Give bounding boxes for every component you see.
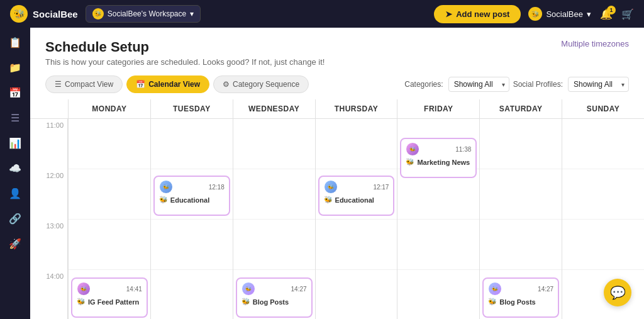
sunday-cell-3[interactable]: [562, 220, 644, 270]
calendar-body: 11:00 12:00 13:00 14:00 15:00 16:00: [30, 119, 644, 319]
event-header: 🐝 14:27: [242, 282, 307, 296]
calendar-grid: 11:00 12:00 13:00 14:00 15:00 16:00: [30, 119, 644, 319]
monday-cell-2[interactable]: [69, 169, 150, 220]
workspace-icon: 🐝: [92, 8, 104, 20]
wednesday-cell-3[interactable]: [233, 220, 315, 270]
event-educational-thursday[interactable]: 🐝 12:17 🐝 Educational: [318, 176, 395, 216]
saturday-cell-3[interactable]: [480, 220, 562, 270]
user-menu[interactable]: 🐝 SocialBee ▾: [528, 7, 591, 21]
time-1300: 13:00: [30, 220, 68, 270]
time-column: 11:00 12:00 13:00 14:00 15:00 16:00: [30, 119, 68, 319]
event-educational-tuesday[interactable]: 🐝 12:18 🐝 Educational: [153, 176, 230, 216]
compact-view-button[interactable]: ☰ Compact View: [45, 76, 123, 93]
sidebar-icon-queue[interactable]: ☰: [8, 111, 22, 125]
saturday-cell-2[interactable]: [480, 169, 562, 220]
categories-filter: Categories: Showing All ▾: [404, 77, 509, 92]
friday-header: FRIDAY: [397, 99, 479, 118]
add-post-button[interactable]: ➤ Add new post: [434, 5, 521, 23]
sunday-cell-1[interactable]: [562, 119, 644, 169]
tuesday-cell-1[interactable]: [151, 119, 233, 169]
tuesday-cell-4[interactable]: [151, 270, 233, 319]
event-body: 🐝 IG Feed Pattern: [77, 298, 142, 306]
list-icon: ☰: [55, 80, 62, 89]
page-header-left: Schedule Setup This is how your categori…: [45, 39, 325, 67]
sidebar-icon-links[interactable]: 🔗: [8, 211, 22, 225]
sidebar-icon-integrations[interactable]: ☁️: [8, 161, 22, 175]
workspace-label: SocialBee's Workspace: [108, 9, 186, 18]
chat-bubble-button[interactable]: 💬: [604, 279, 631, 306]
event-category-icon: 🐝: [77, 298, 86, 306]
sidebar-icon-audience[interactable]: 👤: [8, 186, 22, 200]
time-1400: 14:00: [30, 270, 68, 319]
saturday-header: SATURDAY: [479, 99, 562, 118]
event-marketing-news[interactable]: 🐝 11:38 🐝 Marketing News: [400, 138, 477, 178]
app-logo: 🐝 SocialBee: [10, 5, 78, 23]
send-icon: ➤: [445, 9, 452, 19]
main-content: Schedule Setup This is how your categori…: [30, 28, 644, 319]
event-category-icon: 🐝: [406, 158, 414, 166]
multiple-timezones-link[interactable]: Multiple timezones: [561, 39, 629, 48]
profiles-select[interactable]: Showing All: [568, 77, 629, 92]
notifications-button[interactable]: 🔔 1: [600, 8, 613, 20]
user-label: SocialBee: [546, 9, 583, 19]
event-header: 🐝 12:18: [159, 180, 225, 194]
sunday-cell-2[interactable]: [562, 169, 644, 220]
event-time: 11:38: [455, 146, 471, 153]
wednesday-header: WEDNESDAY: [233, 99, 315, 118]
event-ig-feed-pattern[interactable]: 🐝 14:41 🐝 IG Feed Pattern: [71, 277, 148, 318]
monday-cell-3[interactable]: [69, 220, 150, 270]
main-layout: 📋 📁 📅 ☰ 📊 ☁️ 👤 🔗 🚀 Schedule Setup This i…: [0, 28, 644, 319]
categories-filter-label: Categories:: [404, 80, 443, 89]
event-header: 🐝 12:17: [324, 180, 389, 194]
time-header: [30, 99, 68, 118]
thursday-header: THURSDAY: [315, 99, 397, 118]
event-category-icon: 🐝: [159, 196, 168, 204]
event-body: 🐝 Blog Posts: [242, 298, 307, 306]
cart-button[interactable]: 🛒: [621, 8, 634, 20]
event-time: 12:17: [373, 184, 389, 191]
sidebar-icon-analytics[interactable]: 📊: [8, 136, 22, 150]
monday-column: 🐝 14:41 🐝 IG Feed Pattern: [68, 119, 150, 319]
wednesday-cell-1[interactable]: [233, 119, 315, 169]
event-time: 12:18: [209, 184, 225, 191]
thursday-cell-1[interactable]: [316, 119, 397, 169]
sequence-view-button[interactable]: ⚙ Category Sequence: [213, 76, 309, 93]
thursday-cell-3[interactable]: [316, 220, 397, 270]
event-blog-posts-wednesday[interactable]: 🐝 14:27 🐝 Blog Posts: [236, 277, 313, 318]
profiles-select-wrapper: Showing All ▾: [568, 77, 629, 92]
view-controls: ☰ Compact View 📅 Calendar View ⚙ Categor…: [30, 72, 644, 99]
wednesday-cell-2[interactable]: [233, 169, 315, 220]
add-post-label: Add new post: [456, 9, 509, 19]
time-1200: 12:00: [30, 169, 68, 220]
calendar-header: MONDAY TUESDAY WEDNESDAY THURSDAY FRIDAY…: [30, 99, 644, 119]
monday-header: MONDAY: [68, 99, 150, 118]
categories-select-wrapper: Showing All ▾: [448, 77, 509, 92]
profiles-filter-label: Social Profiles:: [513, 80, 563, 89]
sidebar-icon-categories[interactable]: 📁: [8, 60, 22, 74]
chevron-down-icon: ▾: [190, 9, 194, 18]
time-1100: 11:00: [30, 119, 68, 169]
sidebar-icon-schedule[interactable]: 📅: [8, 86, 22, 99]
event-label: Marketing News: [417, 159, 470, 166]
sunday-cell-4[interactable]: [562, 270, 644, 319]
time-label-1200: 12:00: [46, 172, 64, 179]
saturday-cell-1[interactable]: [480, 119, 562, 169]
page-header: Schedule Setup This is how your categori…: [30, 28, 644, 72]
friday-cell-4[interactable]: [397, 270, 479, 319]
sidebar-icon-posts[interactable]: 📋: [8, 35, 22, 49]
calendar-view-button[interactable]: 📅 Calendar View: [126, 76, 209, 93]
thursday-cell-4[interactable]: [316, 270, 397, 319]
tuesday-cell-3[interactable]: [151, 220, 233, 270]
event-body: 🐝 Educational: [159, 196, 225, 204]
friday-cell-3[interactable]: [397, 220, 479, 270]
event-label: Blog Posts: [499, 298, 535, 306]
sidebar-icon-rocket[interactable]: 🚀: [8, 237, 22, 250]
event-blog-posts-saturday[interactable]: 🐝 14:27 🐝 Blog Posts: [482, 277, 559, 318]
user-avatar: 🐝: [528, 7, 542, 21]
sequence-view-label: Category Sequence: [233, 80, 299, 89]
workspace-selector[interactable]: 🐝 SocialBee's Workspace ▾: [86, 5, 201, 23]
nav-right: 🐝 SocialBee ▾ 🔔 1 🛒: [528, 7, 634, 21]
monday-cell-1[interactable]: [69, 119, 150, 169]
page-subtitle: This is how your categories are schedule…: [45, 57, 325, 67]
categories-select[interactable]: Showing All: [448, 77, 509, 92]
